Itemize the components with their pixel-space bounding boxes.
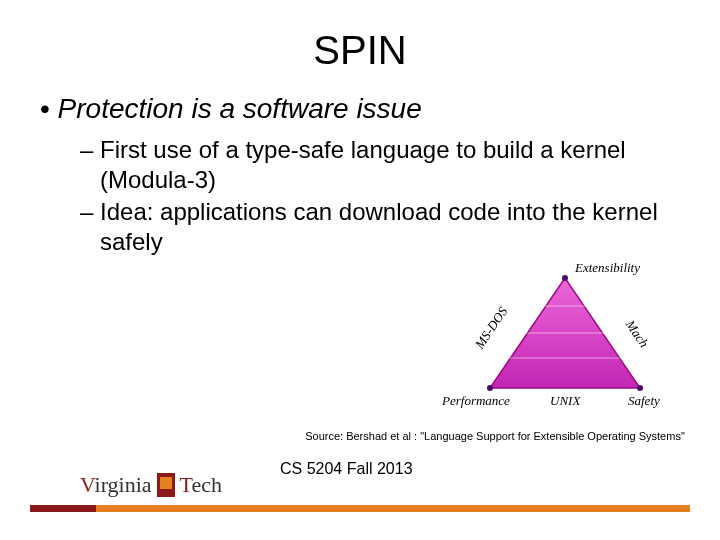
triangle-label-top: Extensibility [575, 260, 640, 276]
logo-shield-icon [157, 473, 175, 497]
footer-accent-bar [30, 505, 690, 512]
content-area: Protection is a software issue First use… [0, 93, 720, 257]
svg-point-6 [637, 385, 643, 391]
virginia-tech-logo: Virginia Tech [80, 472, 222, 498]
triangle-diagram: Extensibility MS-DOS Mach Performance UN… [470, 258, 660, 418]
sub-bullet-1: First use of a type-safe language to bui… [40, 135, 690, 195]
svg-point-4 [562, 275, 568, 281]
triangle-label-bottom-right: Safety [628, 393, 660, 409]
logo-text-virginia: Virginia [80, 472, 152, 498]
source-citation: Source: Bershad et al : "Language Suppor… [290, 430, 700, 443]
triangle-label-bottom-center: UNIX [550, 393, 580, 409]
svg-point-5 [487, 385, 493, 391]
triangle-label-bottom-left: Performance [442, 393, 510, 409]
footer-course: CS 5204 Fall 2013 [280, 460, 413, 478]
slide-title: SPIN [0, 0, 720, 93]
main-bullet: Protection is a software issue [40, 93, 690, 125]
logo-text-tech: Tech [180, 472, 222, 498]
sub-bullet-2: Idea: applications can download code int… [40, 197, 690, 257]
